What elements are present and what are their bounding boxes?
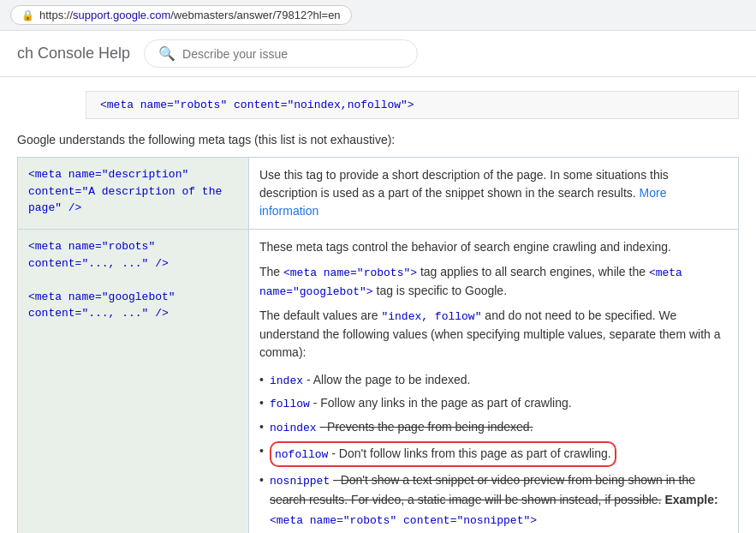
nofollow-circle: nofollow - Don't follow links from this … (270, 441, 616, 467)
meta-values-list: index - Allow the page to be indexed. fo… (259, 368, 728, 532)
search-bar[interactable]: 🔍 (144, 39, 418, 68)
follow-code: follow (270, 398, 310, 410)
table-cell-right-robots: These meta tags control the behavior of … (249, 230, 739, 534)
table-row: <meta name="robots" content="..., ..." /… (18, 230, 739, 534)
robots-applies: The <meta name="robots"> tag applies to … (259, 263, 728, 300)
robots-code-1: <meta name="robots"> (283, 266, 417, 279)
table-row: <meta name="description" content="A desc… (18, 158, 739, 230)
search-input[interactable] (182, 47, 396, 61)
url-bar[interactable]: 🔒 https://support.google.com/webmasters/… (10, 5, 352, 25)
nofollow-code: nofollow (275, 448, 328, 461)
noindex-text: - Prevents the page from being indexed. (320, 420, 533, 434)
search-icon: 🔍 (158, 45, 176, 62)
list-item-noindex: noindex - Prevents the page from being i… (259, 416, 728, 440)
nosnippet-code: nosnippet (270, 475, 330, 488)
table-cell-left-description: <meta name="description" content="A desc… (18, 158, 249, 230)
index-code: index (270, 374, 303, 387)
robots-defaults: The default values are "index, follow" a… (259, 307, 728, 362)
robots-default-code: "index, follow" (381, 310, 481, 323)
site-header: ch Console Help 🔍 (0, 31, 756, 77)
list-item-nosnippet: nosnippet - Don't show a text snippet or… (259, 469, 728, 532)
description-text: Use this tag to provide a short descript… (259, 168, 669, 200)
list-item-index: index - Allow the page to be indexed. (259, 368, 728, 392)
main-content: <meta name="robots" content="noindex,nof… (0, 77, 756, 533)
url-path: /webmasters/answer/79812?hl=en (170, 9, 340, 21)
lock-icon: 🔒 (21, 9, 34, 21)
list-item-nofollow: nofollow - Don't follow links from this … (259, 440, 728, 469)
table-cell-left-robots: <meta name="robots" content="..., ..." /… (18, 230, 249, 534)
table-cell-right-description: Use this tag to provide a short descript… (249, 158, 739, 230)
top-code-block: <meta name="robots" content="noindex,nof… (86, 91, 739, 119)
nosnippet-text: - Don't show a text snippet or video pre… (270, 473, 695, 507)
url-display: https://support.google.com/webmasters/an… (39, 9, 341, 21)
url-domain: support.google.com (73, 9, 170, 21)
url-text: https:// (39, 9, 73, 21)
browser-top-bar: 🔒 https://support.google.com/webmasters/… (0, 0, 756, 31)
list-item-follow: follow - Follow any links in the page as… (259, 392, 728, 416)
robots-intro: These meta tags control the behavior of … (259, 238, 728, 256)
intro-text: Google understands the following meta ta… (17, 133, 739, 147)
noindex-code: noindex (270, 422, 317, 434)
site-title: ch Console Help (17, 45, 130, 63)
nosnippet-example-code: <meta name="robots" content="nosnippet"> (270, 514, 537, 527)
meta-table: <meta name="description" content="A desc… (17, 157, 739, 533)
